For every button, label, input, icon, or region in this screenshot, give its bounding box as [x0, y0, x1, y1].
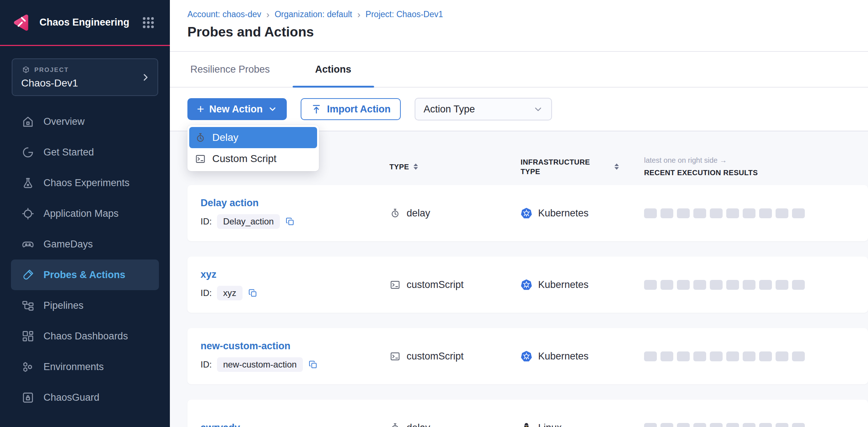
action-type-cell: delay [389, 422, 521, 427]
gamepad-icon [21, 238, 35, 251]
execution-result-placeholder [792, 208, 805, 218]
new-action-button[interactable]: + New Action [187, 98, 287, 120]
table-row[interactable]: awrvadvdelayLinux [187, 400, 868, 427]
breadcrumb-link[interactable]: Organization: default [275, 9, 352, 19]
copy-icon [308, 359, 318, 370]
kubernetes-icon [521, 207, 532, 219]
sidebar-item-chaosguard[interactable]: ChaosGuard [11, 382, 159, 413]
recent-execution-results [644, 208, 868, 218]
sidebar-item-overview[interactable]: Overview [11, 106, 159, 137]
execution-result-placeholder [759, 280, 772, 290]
execution-result-placeholder [660, 423, 673, 427]
page-title: Probes and Actions [187, 24, 868, 40]
copy-id-button[interactable] [285, 216, 295, 227]
execution-result-placeholder [710, 423, 723, 427]
copy-id-button[interactable] [308, 359, 318, 370]
action-name-link[interactable]: awrvadv [201, 422, 389, 427]
menu-item-custom-script[interactable]: Custom Script [189, 148, 317, 169]
sort-icon[interactable] [414, 164, 418, 170]
action-type-value: customScript [407, 279, 464, 291]
tab-actions[interactable]: Actions [293, 52, 374, 87]
get-started-icon [21, 146, 35, 159]
table-row[interactable]: new-custom-actionID:new-custom-actioncus… [187, 328, 868, 384]
sidebar-item-get-started[interactable]: Get Started [11, 137, 159, 168]
project-label-row: PROJECT [21, 65, 136, 75]
breadcrumb-link[interactable]: Account: chaos-dev [187, 9, 261, 19]
project-name: Chaos-Dev1 [21, 77, 136, 89]
sidebar-item-label: Environments [43, 361, 104, 373]
sidebar-item-chaos-dashboards[interactable]: Chaos Dashboards [11, 321, 159, 351]
table-row[interactable]: xyzID:xyzcustomScriptKubernetes [187, 257, 868, 313]
execution-result-placeholder [677, 351, 690, 361]
action-id-row: ID:Delay_action [201, 214, 389, 229]
action-type-cell: customScript [389, 351, 521, 362]
execution-result-placeholder [776, 351, 788, 361]
breadcrumb: Account: chaos-dev›Organization: default… [187, 9, 868, 19]
execution-result-placeholder [759, 351, 772, 361]
sidebar-item-gamedays[interactable]: GameDays [11, 229, 159, 259]
menu-item-label: Delay [212, 132, 239, 143]
execution-result-placeholder [776, 423, 788, 427]
action-type-value: delay [407, 422, 430, 427]
column-header-results: latest one on right side → RECENT EXECUT… [644, 156, 868, 177]
column-header-infrastructure: INFRASTRUCTURE TYPE [521, 157, 644, 176]
sidebar-item-label: Overview [43, 116, 85, 127]
menu-item-label: Custom Script [212, 153, 277, 165]
toolbar: + New Action Import Action Action Type [170, 88, 868, 131]
sidebar-item-probes-actions[interactable]: Probes & Actions [11, 259, 159, 290]
new-action-dropdown-menu: DelayCustom Script [187, 125, 319, 171]
action-type-filter[interactable]: Action Type [415, 98, 552, 120]
breadcrumb-link[interactable]: Project: Chaos-Dev1 [366, 9, 443, 19]
tab-resilience-probes[interactable]: Resilience Probes [190, 52, 293, 87]
app-root: Chaos Engineering PROJECT Chaos-Dev1 [0, 0, 868, 427]
recent-execution-results [644, 423, 868, 427]
recent-execution-results [644, 351, 868, 361]
execution-result-placeholder [660, 208, 673, 218]
sort-icon[interactable] [614, 164, 619, 170]
action-name-link[interactable]: xyz [201, 269, 389, 280]
infrastructure-value: Kubernetes [538, 208, 589, 219]
infrastructure-header-label: INFRASTRUCTURE TYPE [521, 157, 610, 176]
execution-result-placeholder [660, 351, 673, 361]
type-header-label: TYPE [389, 162, 409, 172]
cube-icon [21, 65, 31, 75]
project-selector[interactable]: PROJECT Chaos-Dev1 [12, 58, 158, 96]
execution-result-placeholder [759, 423, 772, 427]
execution-result-placeholder [792, 423, 805, 427]
execution-result-placeholder [726, 280, 739, 290]
execution-result-placeholder [743, 280, 755, 290]
import-action-button[interactable]: Import Action [301, 98, 401, 120]
sidebar-item-label: Application Maps [43, 208, 119, 219]
execution-result-placeholder [644, 351, 657, 361]
execution-result-placeholder [776, 208, 788, 218]
copy-id-button[interactable] [248, 288, 258, 298]
sidebar: Chaos Engineering PROJECT Chaos-Dev1 [0, 0, 170, 427]
sidebar-item-application-maps[interactable]: Application Maps [11, 198, 159, 229]
terminal-icon [195, 153, 206, 165]
action-type-value: delay [407, 208, 430, 219]
app-switcher-grid-icon[interactable] [140, 14, 157, 31]
sidebar-item-label: GameDays [43, 239, 93, 250]
sidebar-item-label: ChaosGuard [43, 392, 99, 403]
sidebar-nav: OverviewGet StartedChaos ExperimentsAppl… [0, 106, 170, 413]
main-content: Account: chaos-dev›Organization: default… [170, 0, 868, 427]
execution-result-placeholder [710, 280, 723, 290]
sidebar-item-chaos-experiments[interactable]: Chaos Experiments [11, 168, 159, 198]
sidebar-item-label: Pipelines [43, 300, 84, 311]
execution-result-placeholder [644, 280, 657, 290]
execution-result-placeholder [677, 208, 690, 218]
recent-execution-results [644, 280, 868, 290]
infrastructure-value: Kubernetes [538, 351, 589, 362]
action-name-link[interactable]: new-custom-action [201, 341, 389, 352]
sidebar-item-environments[interactable]: Environments [11, 351, 159, 382]
action-name-link[interactable]: Delay action [201, 197, 389, 209]
menu-item-delay[interactable]: Delay [189, 127, 317, 148]
pipelines-icon [21, 299, 35, 312]
table-row[interactable]: Delay actionID:Delay_actiondelayKubernet… [187, 185, 868, 241]
chevron-down-icon [268, 104, 277, 114]
terminal-icon [389, 351, 401, 362]
sidebar-item-pipelines[interactable]: Pipelines [11, 290, 159, 321]
results-header-label: RECENT EXECUTION RESULTS [644, 168, 868, 177]
execution-result-placeholder [743, 351, 755, 361]
terminal-icon [389, 279, 401, 291]
